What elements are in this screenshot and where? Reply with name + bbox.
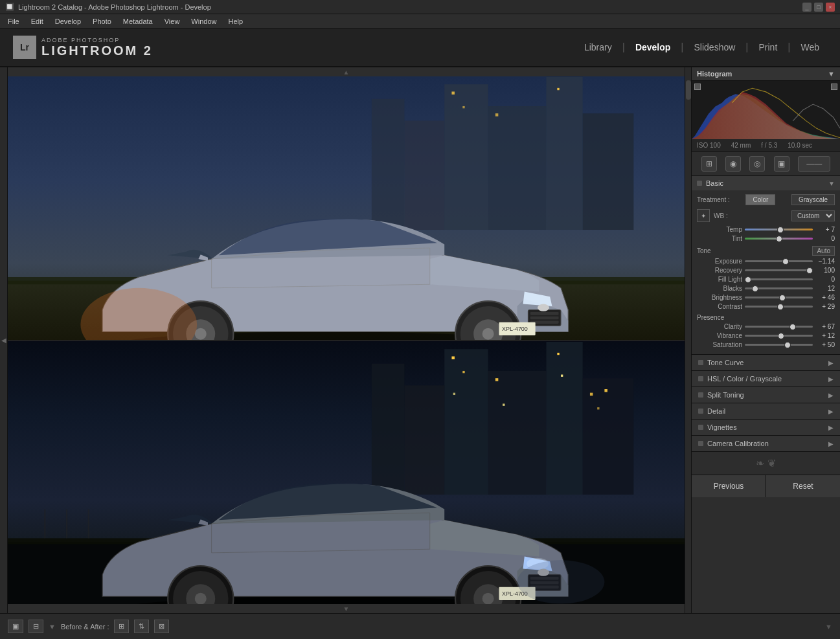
exposure-slider-track[interactable]	[745, 260, 813, 262]
spot-removal-btn[interactable]: ◉	[725, 156, 741, 172]
menu-develop[interactable]: Develop	[50, 16, 86, 27]
vibrance-slider-thumb[interactable]	[778, 333, 784, 339]
menu-file[interactable]: File	[3, 16, 25, 27]
reset-btn[interactable]: Reset	[766, 475, 840, 497]
vibrance-slider-track[interactable]	[745, 335, 813, 337]
clarity-label: Clarity	[697, 323, 742, 330]
left-panel-collapse[interactable]: ◀	[0, 67, 8, 613]
top-expand-arrow[interactable]: ▲	[8, 67, 685, 76]
center-scrollbar[interactable]	[685, 67, 691, 613]
recovery-slider-thumb[interactable]	[806, 267, 813, 274]
red-eye-btn[interactable]: ◎	[749, 156, 765, 172]
grayscale-treatment-btn[interactable]: Grayscale	[791, 194, 835, 205]
blacks-slider-track[interactable]	[745, 287, 813, 289]
maximize-btn[interactable]: □	[814, 3, 823, 12]
minimize-btn[interactable]: _	[802, 3, 812, 12]
vignettes-section[interactable]: Vignettes ▶	[692, 420, 840, 436]
logo-badge: Lr	[13, 36, 36, 59]
menu-photo[interactable]: Photo	[87, 16, 117, 27]
exposure-slider-thumb[interactable]	[782, 258, 789, 265]
filllight-slider-track[interactable]	[745, 278, 813, 280]
sync-btn[interactable]: ⊠	[154, 620, 169, 633]
grad-filter-btn[interactable]: ▣	[774, 156, 789, 172]
contrast-slider-track[interactable]	[745, 306, 813, 308]
menu-window[interactable]: Window	[186, 16, 221, 27]
menu-edit[interactable]: Edit	[26, 16, 49, 27]
tone-curve-section[interactable]: Tone Curve ▶	[692, 355, 840, 371]
svg-rect-39	[495, 378, 498, 381]
clarity-slider-thumb[interactable]	[789, 324, 796, 330]
contrast-slider-thumb[interactable]	[777, 304, 784, 310]
detail-section[interactable]: Detail ▶	[692, 403, 840, 420]
exif-shutter: 10.0 sec	[788, 142, 812, 149]
nav-slideshow[interactable]: Slideshow	[687, 39, 744, 55]
split-toning-section[interactable]: Split Toning ▶	[692, 387, 840, 403]
detail-arrow-icon: ▶	[828, 408, 834, 415]
nav-library[interactable]: Library	[576, 39, 620, 55]
tint-slider-track[interactable]	[745, 238, 813, 240]
hsl-arrow-icon: ▶	[828, 376, 834, 383]
vibrance-slider-row: Vibrance + 12	[697, 332, 835, 339]
nav-develop[interactable]: Develop	[628, 39, 678, 55]
hsl-left: HSL / Color / Grayscale	[698, 375, 782, 383]
temp-value: + 7	[815, 226, 835, 233]
recovery-slider-row: Recovery 100	[697, 267, 835, 274]
histogram-warning-left[interactable]	[694, 84, 701, 90]
swap-sides-btn[interactable]: ⇅	[134, 620, 149, 633]
camera-calibration-section[interactable]: Camera Calibration ▶	[692, 436, 840, 452]
filllight-slider-thumb[interactable]	[745, 276, 751, 283]
before-after-label: Before & After :	[61, 623, 109, 631]
tone-curve-left: Tone Curve	[698, 359, 744, 366]
wb-picker-btn[interactable]: ✦	[697, 209, 710, 222]
tone-auto-btn[interactable]: Auto	[812, 246, 835, 256]
nav-web[interactable]: Web	[793, 39, 827, 55]
titlebar: 🔲 Lightroom 2 Catalog - Adobe Photoshop …	[0, 0, 840, 14]
tint-slider-thumb[interactable]	[776, 236, 782, 242]
temp-slider-thumb[interactable]	[777, 227, 784, 233]
view-mode-btn[interactable]: ▣	[8, 620, 23, 633]
before-after-icon: ⊟	[33, 622, 39, 631]
basic-section-header[interactable]: Basic ▼	[692, 176, 840, 190]
nav-print[interactable]: Print	[751, 39, 786, 55]
color-treatment-btn[interactable]: Color	[745, 194, 775, 205]
recovery-slider-track[interactable]	[745, 269, 813, 271]
svg-point-22	[482, 328, 494, 340]
wb-select[interactable]: Custom As Shot Auto Daylight	[791, 210, 835, 221]
temp-label: Temp	[697, 226, 742, 233]
brightness-slider-thumb[interactable]	[779, 295, 786, 301]
bottom-expand-area[interactable]: ▼	[8, 604, 685, 613]
exposure-label: Exposure	[697, 258, 742, 265]
svg-rect-5	[372, 99, 405, 230]
menubar: File Edit Develop Photo Metadata View Wi…	[0, 14, 840, 28]
recovery-label: Recovery	[697, 267, 742, 274]
before-after-toggle-btn[interactable]: ⊟	[28, 620, 43, 633]
svg-rect-42	[503, 403, 505, 405]
brightness-slider-track[interactable]	[745, 297, 813, 298]
histogram-header[interactable]: Histogram ▼	[692, 67, 840, 81]
histogram-warning-right[interactable]	[831, 84, 837, 90]
camera-calib-label: Camera Calibration	[707, 440, 769, 447]
clarity-slider-track[interactable]	[745, 326, 813, 328]
close-btn[interactable]: ×	[826, 3, 835, 12]
adj-brush-btn[interactable]: ——	[798, 156, 830, 172]
hsl-section[interactable]: HSL / Color / Grayscale ▶	[692, 371, 840, 387]
copy-settings-btn[interactable]: ⊞	[114, 620, 129, 633]
menu-view[interactable]: View	[159, 16, 185, 27]
detail-dot	[698, 409, 703, 414]
menu-metadata[interactable]: Metadata	[118, 16, 158, 27]
previous-btn[interactable]: Previous	[692, 475, 766, 497]
svg-rect-4	[583, 113, 634, 230]
histogram-display	[692, 81, 840, 139]
temp-slider-track[interactable]	[745, 229, 813, 230]
svg-point-63	[195, 592, 207, 604]
crop-tool-btn[interactable]: ⊞	[701, 156, 717, 172]
svg-rect-36	[404, 385, 444, 495]
blacks-slider-thumb[interactable]	[752, 286, 758, 292]
menu-help[interactable]: Help	[223, 16, 248, 27]
svg-point-18	[538, 304, 549, 311]
basic-toggle[interactable]	[697, 181, 702, 186]
saturation-slider-track[interactable]	[745, 344, 813, 346]
filllight-slider-row: Fill Light 0	[697, 276, 835, 283]
saturation-slider-thumb[interactable]	[784, 342, 791, 348]
svg-rect-44	[590, 392, 593, 395]
